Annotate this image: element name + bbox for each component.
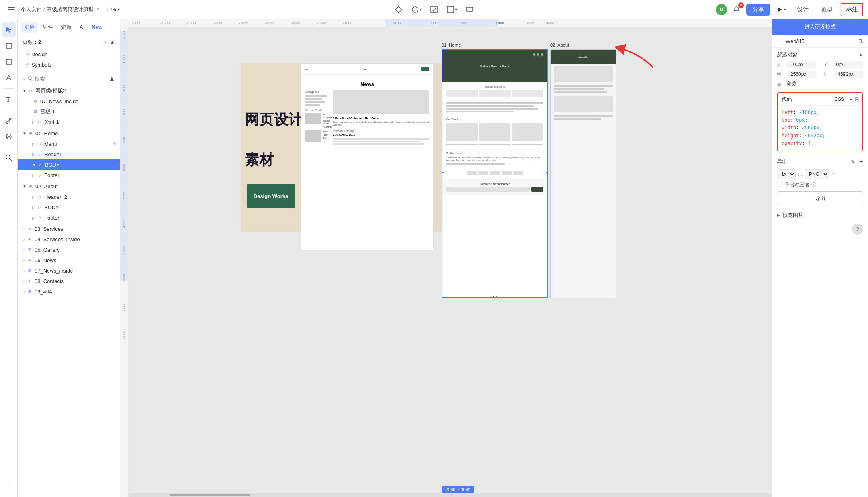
code-prop-width: width bbox=[782, 125, 796, 130]
beauty-newsletter: Subscribe our Newsletter bbox=[442, 179, 547, 195]
menu-button[interactable] bbox=[5, 3, 18, 16]
export-compress-info-icon[interactable]: ⓘ bbox=[811, 181, 816, 188]
tab-prototype-button[interactable]: 原型 bbox=[817, 4, 837, 16]
export-remove-button[interactable]: − bbox=[831, 170, 836, 178]
svg-marker-10 bbox=[778, 7, 782, 12]
tree-item-header2[interactable]: ▷ ◇ Header_2 bbox=[18, 191, 120, 202]
selection-toggle-icon[interactable]: ▲ bbox=[858, 52, 863, 57]
tree-label-04services-inside: 04_Services_inside bbox=[35, 236, 117, 242]
export-btn-row: 导出 bbox=[777, 191, 863, 205]
tree-item-footer-about[interactable]: ▷ ◇ Footer bbox=[18, 212, 120, 223]
frame-design-works-card[interactable]: Design Works bbox=[247, 184, 295, 208]
export-format-select[interactable]: PNG bbox=[805, 169, 829, 179]
collapse-arrow-icon: ▼ bbox=[23, 89, 27, 93]
tree-item-09-404[interactable]: ▷ ⊞ 09_404 bbox=[18, 286, 120, 297]
zoom-control[interactable]: 11% ▾ bbox=[102, 5, 123, 14]
beauty-dot2 bbox=[537, 53, 539, 56]
tree-item-02about[interactable]: ▼ ⊞ 02_About bbox=[18, 181, 120, 191]
tree-item-01home[interactable]: ▼ ⊞ 01_Home bbox=[18, 128, 120, 139]
w-value[interactable]: 2560px bbox=[788, 71, 816, 78]
mask-tool-button[interactable] bbox=[2, 129, 16, 144]
export-row: 1x ... PNG − bbox=[777, 169, 863, 179]
canvas-content[interactable]: 网页设计 素材 Design Works ☰ Home News bbox=[128, 27, 772, 497]
tree-item-07news-inside[interactable]: ▷ ⊞ 07_News_inside bbox=[18, 265, 120, 276]
pencil-tool-button[interactable] bbox=[2, 113, 16, 128]
breadcrumb-part1[interactable]: 个人文件 bbox=[21, 6, 42, 13]
add-page-button[interactable]: + bbox=[104, 39, 108, 46]
tab-layers[interactable]: 图层 bbox=[21, 22, 38, 33]
canvas-scrollbar-thumb[interactable] bbox=[170, 494, 250, 496]
y-value[interactable]: 0px bbox=[834, 61, 864, 68]
frame-about[interactable]: About Us bbox=[550, 49, 616, 298]
tree-item-group1[interactable]: ▷ ▷ 分组 1 bbox=[18, 117, 120, 127]
export-edit-button[interactable]: ✎ bbox=[851, 158, 856, 166]
tree-item-webpage-group[interactable]: ▼ □ 网页类/模版2 bbox=[18, 86, 120, 96]
tree-item-06news[interactable]: ▷ ⊞ 06_News bbox=[18, 255, 120, 265]
tree-item-footer-home[interactable]: ▷ ◇ Footer bbox=[18, 170, 120, 180]
dev-mode-bar[interactable]: 进入研发模式 bbox=[772, 19, 868, 35]
tree-item-03services[interactable]: ▷ ⊞ 03_Services bbox=[18, 224, 120, 234]
checkbox-icon-button[interactable] bbox=[428, 3, 440, 16]
help-button[interactable]: ? bbox=[852, 224, 863, 235]
collapse-pages-button[interactable]: ▲ bbox=[109, 39, 115, 45]
export-compress-checkbox[interactable] bbox=[777, 182, 782, 187]
tree-item-body-home[interactable]: ▼ ▷ BODY bbox=[18, 159, 120, 170]
copy-code-button[interactable]: ⎘ bbox=[855, 96, 858, 102]
body-folder-icon: ▷ bbox=[37, 161, 43, 168]
frame-news[interactable]: ☰ Home News Categories bbox=[301, 63, 434, 250]
tree-item-menu[interactable]: ▷ ◇ Menu ✎ bbox=[18, 139, 120, 149]
monitor-icon-button[interactable] bbox=[463, 3, 476, 16]
tab-design-button[interactable]: 设计 bbox=[792, 4, 813, 16]
tab-assets[interactable]: 资源 bbox=[58, 22, 75, 33]
format-chevron-icon[interactable]: ▾ bbox=[850, 97, 852, 102]
tree-item-08contacts[interactable]: ▷ ⊞ 08_Contacts bbox=[18, 276, 120, 286]
search-bar: ⌄ ▲ bbox=[18, 73, 120, 84]
tree-item-05gallery[interactable]: ▷ ⊞ 05_Gallery bbox=[18, 244, 120, 255]
share-button[interactable]: 分享 bbox=[746, 4, 770, 16]
dots-button[interactable]: ··· bbox=[2, 479, 16, 494]
page-design-item[interactable]: ✓ Design bbox=[23, 49, 115, 59]
text-tool-button[interactable]: T bbox=[2, 92, 16, 106]
code-panel-actions: CSS ▾ ⎘ bbox=[832, 96, 858, 103]
tab-components[interactable]: 组件 bbox=[39, 22, 56, 33]
css-format-select[interactable]: CSS bbox=[832, 96, 847, 103]
tree-item-artboard1[interactable]: ⊞ 画板 1 bbox=[18, 106, 120, 117]
export-scale-select[interactable]: 1x bbox=[777, 169, 796, 179]
tree-item-header1[interactable]: ▷ ◇ Header_1 bbox=[18, 149, 120, 159]
x-value[interactable]: -100px bbox=[786, 61, 816, 68]
size-label: 2560 × 4692 bbox=[442, 486, 474, 493]
preview-header[interactable]: ▶ 预览图片 bbox=[777, 212, 863, 219]
canvas-scrollbar[interactable] bbox=[128, 493, 772, 497]
search-input[interactable] bbox=[35, 76, 107, 82]
sort-icon[interactable]: ⇅ bbox=[858, 38, 863, 44]
search-dropdown-icon[interactable]: ⌄ bbox=[23, 76, 26, 81]
shape-tool-button[interactable] bbox=[2, 55, 16, 69]
page-symbols-item[interactable]: ⊘ Symbols bbox=[23, 59, 115, 70]
export-button[interactable]: 导出 bbox=[777, 191, 863, 205]
frame-tool-button[interactable] bbox=[2, 39, 16, 53]
menu-edit-icon[interactable]: ✎ bbox=[113, 141, 117, 147]
h-value[interactable]: 4692px bbox=[835, 71, 864, 78]
tree-item-04services-inside[interactable]: ▷ ⊞ 04_Services_inside bbox=[18, 234, 120, 244]
layers-icon-button[interactable]: ▾ bbox=[445, 3, 458, 16]
tab-mark-button[interactable]: 标注 bbox=[841, 3, 863, 16]
circle-icon-button[interactable]: ▾ bbox=[410, 3, 423, 16]
search-tool-button[interactable] bbox=[2, 151, 16, 165]
frame-beauty-salon[interactable]: Mykery Beauty Salon You can contact us bbox=[442, 49, 548, 298]
tree-item-news-inside[interactable]: ⊞ 07_News_inside bbox=[18, 96, 120, 106]
pen-tool-button[interactable] bbox=[2, 71, 16, 85]
play-button[interactable]: ▾ bbox=[774, 4, 789, 15]
cursor-tool-button[interactable] bbox=[2, 22, 16, 37]
tab-ai[interactable]: AI bbox=[76, 22, 88, 32]
breadcrumb-arrow-icon[interactable]: ▾ bbox=[97, 7, 99, 12]
search-collapse-button[interactable]: ▲ bbox=[108, 75, 115, 82]
tree-item-body-about[interactable]: ▷ ▷ BODY bbox=[18, 202, 120, 212]
user-avatar[interactable]: U bbox=[716, 4, 727, 15]
export-add-button[interactable]: + bbox=[859, 158, 863, 166]
about-img2 bbox=[554, 96, 613, 112]
diamond-icon-button[interactable] bbox=[392, 3, 405, 16]
tab-new[interactable]: New bbox=[89, 22, 105, 32]
beauty-contact-item3 bbox=[512, 90, 543, 97]
beauty-logo5 bbox=[513, 171, 523, 175]
canvas-area[interactable]: -5000 -4500 -4000 -3500 -3000 -2500 -200… bbox=[120, 19, 772, 497]
